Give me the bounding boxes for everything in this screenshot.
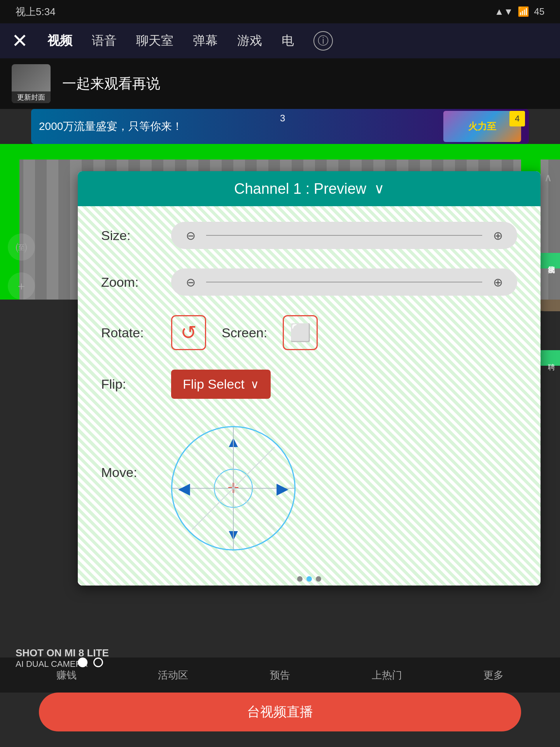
signal-icon: ▲▼ (495, 6, 513, 17)
main-panel: Channel 1 : Preview ∨ Size: ⊖ ⊕ Zoom: ⊖ (78, 171, 541, 586)
flip-label: Flip: (101, 377, 159, 392)
panel-header[interactable]: Channel 1 : Preview ∨ (78, 171, 541, 206)
screen-icon: ⬜ (290, 323, 311, 343)
battery-text: 45 (534, 6, 544, 17)
zoom-control-row: Zoom: ⊖ ⊕ (101, 268, 517, 296)
size-slider[interactable]: ⊖ ⊕ (171, 222, 517, 249)
banner[interactable]: 2000万流量盛宴，只等你来！ 3 火力至 4 (31, 109, 529, 144)
rotate-screen-controls: ↺ Screen: ⬜ (171, 315, 318, 350)
tab-more[interactable]: 更多 (483, 668, 504, 682)
move-label: Move: (101, 418, 159, 480)
zoom-label: Zoom: (101, 275, 159, 290)
rotate-screen-row: Rotate: ↺ Screen: ⬜ (101, 315, 517, 350)
size-slider-track (206, 235, 482, 236)
rotate-icon: ↺ (180, 321, 197, 344)
nav-bar: ✕ 视频 语音 聊天室 弹幕 游戏 电 ⓘ (0, 23, 560, 58)
size-control-row: Size: ⊖ ⊕ (101, 222, 517, 249)
size-minus-button[interactable]: ⊖ (179, 224, 202, 247)
page-dots (297, 576, 321, 582)
panel-body: Size: ⊖ ⊕ Zoom: ⊖ ⊕ (78, 206, 541, 586)
rotate-button[interactable]: ↺ (171, 315, 206, 350)
dpad-left-button[interactable]: ◀ (178, 479, 190, 497)
camera-dot-1 (78, 658, 88, 667)
nav-chat[interactable]: 聊天室 (136, 32, 173, 49)
side-icon-add[interactable]: ＋ (8, 272, 35, 300)
page-dot-3 (316, 576, 321, 582)
flip-chevron-icon: ∨ (250, 377, 259, 391)
dpad-up-button[interactable]: ▲ (226, 433, 241, 451)
left-side-icons: ㉃ ＋ (8, 233, 35, 300)
cta-button[interactable]: 台视频直播 (39, 693, 521, 731)
center-icon: ✛ (228, 480, 239, 496)
flip-select-button[interactable]: Flip Select ∨ (171, 370, 271, 399)
zoom-plus-icon: ⊕ (493, 275, 503, 289)
camera-dots (78, 658, 103, 667)
screen-button[interactable]: ⬜ (283, 315, 318, 350)
avatar-thumbnail[interactable]: 更新封面 (12, 64, 51, 103)
time-text: 视上5:34 (16, 5, 56, 19)
cta-label: 台视频直播 (247, 703, 313, 721)
zoom-slider[interactable]: ⊖ ⊕ (171, 268, 517, 296)
zoom-plus-button[interactable]: ⊕ (486, 270, 509, 294)
nav-tv[interactable]: 电 (282, 32, 294, 49)
status-icons: ▲▼ 📶 45 (495, 6, 544, 17)
size-plus-button[interactable]: ⊕ (486, 224, 509, 247)
info-icon: ⓘ (318, 33, 329, 48)
page-dot-1 (297, 576, 303, 582)
side-icon-subtitle[interactable]: ㉃ (8, 233, 35, 261)
badge-text: 火力至 (468, 120, 496, 133)
size-label: Size: (101, 228, 159, 243)
nav-video[interactable]: 视频 (47, 32, 72, 49)
nav-danmu[interactable]: 弹幕 (193, 32, 218, 49)
panel-chevron-icon[interactable]: ∨ (374, 181, 384, 197)
flip-control-row: Flip: Flip Select ∨ (101, 370, 517, 399)
wifi-icon: 📶 (518, 6, 529, 17)
move-control-row: Move: ▲ ▼ ◀ ▶ ✛ (101, 418, 517, 551)
page-dot-2 (306, 576, 312, 582)
nav-game[interactable]: 游戏 (237, 32, 262, 49)
camera-dot-2 (93, 658, 103, 667)
status-time: 视上5:34 (16, 5, 56, 19)
avatar-label: 更新封面 (12, 91, 51, 103)
stream-title: 一起来观看再说 (62, 74, 160, 93)
tab-preview[interactable]: 预告 (270, 668, 290, 682)
dpad-container: ▲ ▼ ◀ ▶ ✛ (171, 426, 296, 551)
nav-voice[interactable]: 语音 (92, 32, 117, 49)
dpad-right-button[interactable]: ▶ (276, 479, 289, 497)
zoom-slider-track (206, 282, 482, 282)
close-button[interactable]: ✕ (12, 30, 28, 52)
green-bar-top (0, 144, 560, 160)
info-button[interactable]: ⓘ (313, 31, 333, 51)
zoom-minus-button[interactable]: ⊖ (179, 270, 202, 294)
tab-earn[interactable]: 赚钱 (56, 668, 77, 682)
banner-text: 2000万流量盛宴，只等你来！ (39, 119, 183, 134)
plus-icon: ⊕ (493, 229, 503, 242)
flip-select-label: Flip Select (183, 377, 245, 392)
scroll-indicator: ∧ (544, 171, 552, 184)
tab-trending[interactable]: 上热门 (372, 668, 402, 682)
status-bar: 视上5:34 ▲▼ 📶 45 (0, 0, 560, 23)
dpad: ▲ ▼ ◀ ▶ ✛ (171, 426, 296, 551)
dpad-down-button[interactable]: ▼ (226, 526, 241, 544)
rotate-label: Rotate: (101, 325, 159, 340)
screen-label: Screen: (222, 325, 267, 340)
minus-icon: ⊖ (186, 229, 196, 242)
zoom-minus-icon: ⊖ (186, 275, 196, 289)
tab-activity[interactable]: 活动区 (158, 668, 188, 682)
panel-title: Channel 1 : Preview (234, 181, 366, 197)
subtitle-icon: ㉃ (16, 239, 27, 255)
stream-info-bar: 更新封面 一起来观看再说 (0, 58, 560, 109)
add-icon: ＋ (16, 278, 27, 294)
